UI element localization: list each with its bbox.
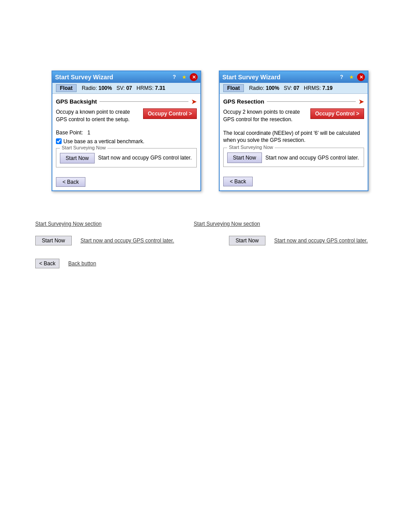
right-help-icon[interactable]: ?	[338, 73, 346, 81]
left-section-title-line: GPS Backsight ➤	[56, 97, 197, 106]
left-titlebar: Start Survey Wizard ? ★ ✕	[52, 71, 200, 83]
left-base-point-row: Base Point: 1	[56, 130, 197, 136]
left-benchmark-label: Use base as a vertical benchmark.	[63, 138, 144, 145]
left-statusbar: Float Radio: 100% SV: 07 HRMS: 7.31	[52, 83, 200, 94]
right-start-surveying-label: Start Surveying Now	[227, 145, 275, 150]
right-hrms-label: HRMS:	[304, 85, 321, 91]
demo-start-now-btn-2: Start Now	[229, 236, 265, 245]
right-desc-occupy-row: Occupy 2 known points to create GPS cont…	[223, 108, 364, 126]
left-dialog-body: GPS Backsight ➤ Occupy a known point to …	[52, 94, 200, 175]
left-radio-value: 100%	[99, 85, 112, 91]
annotation-right-1: Start Surveying Now section	[194, 220, 385, 227]
left-sv-value: 07	[126, 85, 132, 91]
annotation-back-demo-1: < Back Back button	[35, 259, 220, 268]
right-note-text: The local coordinate (NEElev) of point '…	[223, 130, 364, 145]
right-status-info: Radio: 100% SV: 07 HRMS: 7.19	[249, 85, 333, 91]
left-status-info: Radio: 100% SV: 07 HRMS: 7.31	[82, 85, 166, 91]
annotation-link-1: Start now and occupy GPS control later.	[81, 238, 174, 244]
left-dialog: Start Survey Wizard ? ★ ✕ Float Radio: 1…	[52, 71, 201, 191]
right-radio-value: 100%	[266, 85, 280, 91]
left-dialog-title: Start Survey Wizard	[55, 74, 113, 81]
right-hrms-value: 7.19	[322, 85, 332, 91]
right-titlebar-icons: ? ★ ✕	[338, 73, 365, 81]
left-start-surveying-section: Start Surveying Now Start Now Start now …	[56, 148, 197, 167]
annotation-left-1: Start Surveying Now section	[35, 220, 185, 227]
right-start-later-text: Start now and occupy GPS control later.	[265, 154, 359, 162]
right-statusbar: Float Radio: 100% SV: 07 HRMS: 7.19	[220, 83, 368, 94]
right-section-divider	[267, 101, 356, 102]
right-nav-arrow-icon: ➤	[358, 97, 364, 106]
annotation-row-2: Start Now Start now and occupy GPS contr…	[35, 236, 385, 245]
annotation-area: Start Surveying Now section Start Survey…	[35, 220, 385, 268]
right-section-label: GPS Resection	[223, 98, 264, 105]
left-float-badge: Float	[56, 84, 77, 92]
left-back-button[interactable]: < Back	[56, 177, 85, 187]
right-description: Occupy 2 known points to create GPS cont…	[223, 108, 307, 123]
right-close-icon[interactable]: ✕	[357, 73, 365, 81]
left-help-icon[interactable]: ?	[170, 73, 178, 81]
right-start-now-button[interactable]: Start Now	[227, 152, 262, 163]
left-dialog-footer: < Back	[52, 175, 200, 190]
left-start-surveying-label: Start Surveying Now	[60, 145, 107, 150]
left-radio-label: Radio:	[82, 85, 97, 91]
annotation-btn-demo-1: Start Now Start now and occupy GPS contr…	[35, 236, 220, 245]
annotation-btn-demo-2: Start Now Start now and occupy GPS contr…	[229, 236, 368, 245]
left-nav-arrow-icon: ➤	[191, 97, 197, 106]
right-dialog: Start Survey Wizard ? ★ ✕ Float Radio: 1…	[219, 71, 368, 191]
left-section-header: GPS Backsight ➤	[56, 97, 197, 106]
left-start-later-text: Start now and occupy GPS control later.	[98, 154, 192, 162]
annotation-link-3: Back button	[68, 260, 96, 267]
left-titlebar-icons: ? ★ ✕	[170, 73, 198, 81]
left-start-surveying-content: Start Now Start now and occupy GPS contr…	[56, 149, 196, 167]
right-dialog-title: Start Survey Wizard	[222, 74, 280, 81]
annotation-row-3: < Back Back button	[35, 259, 385, 268]
left-section-label: GPS Backsight	[56, 98, 97, 105]
left-start-now-button[interactable]: Start Now	[60, 153, 95, 163]
right-radio-label: Radio:	[249, 85, 265, 91]
left-description: Occupy a known point to create GPS contr…	[56, 108, 140, 123]
right-sv-value: 07	[294, 85, 299, 91]
annotation-underline-1b: Start Surveying Now section	[194, 221, 260, 227]
demo-start-now-btn-1: Start Now	[35, 236, 72, 245]
right-section-header: GPS Resection ➤	[223, 97, 364, 106]
left-checkbox-row: Use base as a vertical benchmark.	[56, 138, 197, 145]
left-base-point-label: Base Point:	[56, 130, 83, 136]
left-occupy-control-button[interactable]: Occupy Control >	[143, 108, 197, 119]
left-hrms-label: HRMS:	[136, 85, 154, 91]
left-section-divider	[99, 101, 188, 102]
left-sv-label: SV:	[116, 85, 125, 91]
annotation-underline-1: Start Surveying Now section	[35, 221, 102, 227]
annotation-row-1: Start Surveying Now section Start Survey…	[35, 220, 385, 227]
right-sv-label: SV:	[284, 85, 292, 91]
right-star-icon[interactable]: ★	[347, 73, 355, 81]
right-start-surveying-section: Start Surveying Now Start Now Start now …	[223, 148, 364, 167]
left-benchmark-checkbox[interactable]	[56, 138, 62, 144]
annotation-link-2: Start now and occupy GPS control later.	[274, 238, 368, 244]
right-titlebar: Start Survey Wizard ? ★ ✕	[220, 71, 368, 83]
right-float-badge: Float	[223, 84, 244, 92]
left-close-icon[interactable]: ✕	[190, 73, 198, 81]
left-star-icon[interactable]: ★	[180, 73, 188, 81]
right-back-button[interactable]: < Back	[223, 177, 253, 186]
right-occupy-control-button[interactable]: Occupy Control >	[310, 108, 364, 119]
page-container: Start Survey Wizard ? ★ ✕ Float Radio: 1…	[0, 0, 420, 191]
left-desc-occupy-row: Occupy a known point to create GPS contr…	[56, 108, 197, 126]
left-hrms-value: 7.31	[155, 85, 165, 91]
right-dialog-footer: < Back	[220, 174, 368, 190]
right-dialog-body: GPS Resection ➤ Occupy 2 known points to…	[220, 94, 368, 174]
right-section-title-line: GPS Resection ➤	[223, 97, 364, 106]
demo-back-btn-1: < Back	[35, 259, 59, 268]
left-base-point-value: 1	[87, 130, 90, 136]
right-start-surveying-content: Start Now Start now and occupy GPS contr…	[224, 148, 364, 167]
